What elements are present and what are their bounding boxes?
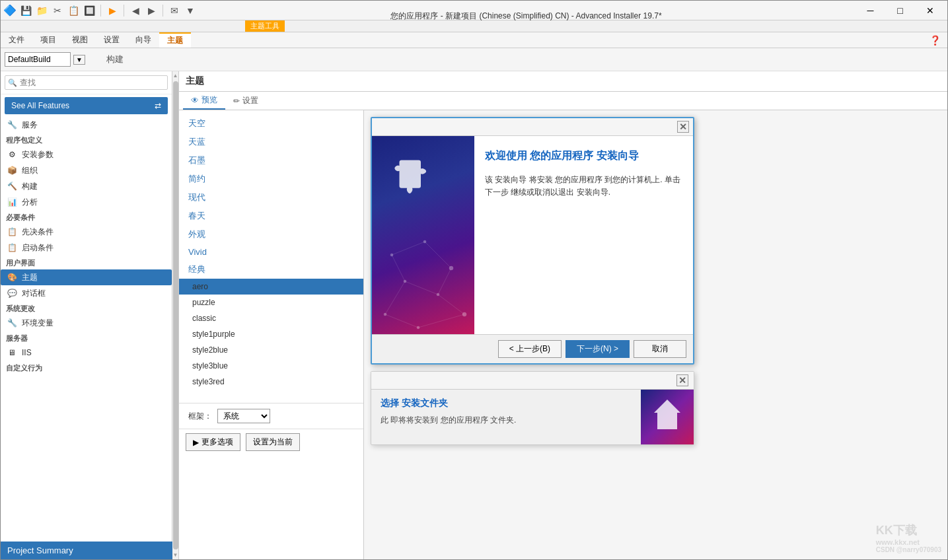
tb-forward-icon[interactable]: ▶: [145, 4, 158, 17]
nav-item-iis[interactable]: 🖥 IIS: [1, 345, 172, 361]
nav-item-build[interactable]: 🔨 构建: [1, 178, 172, 194]
puzzle-graphic: [385, 149, 451, 215]
menu-project[interactable]: 项目: [32, 33, 64, 47]
build-dropdown[interactable]: [5, 52, 71, 67]
dialog2-left-content: 选择 安装文件夹 此 即将将安装到 您的应用程序 文件夹.: [371, 390, 641, 444]
dialog2-header: ✕: [371, 372, 694, 390]
svg-line-8: [392, 242, 425, 255]
tb-icon3[interactable]: ✂: [51, 4, 64, 17]
title-bar: 🔷 💾 📁 ✂ 📋 🔲 ▶ ◀ ▶ ✉ ▼ 您的应用程序 - 新建项目 (Chi…: [1, 1, 947, 20]
left-scrollbar[interactable]: ▲ ▼: [172, 71, 179, 559]
see-all-features-button[interactable]: See All Features ⇄: [5, 97, 168, 114]
env-vars-icon: 🔧: [6, 317, 18, 329]
nav-item-services[interactable]: 🔧 服务: [1, 117, 172, 133]
theme-list-panel: 天空 天蓝 石墨 简约 现代 春天 外观 Vivid 经典 aero puzzl…: [179, 110, 364, 559]
set-current-label: 设置为当前: [253, 437, 293, 446]
theme-item-style3red[interactable]: style3red: [179, 374, 363, 390]
project-summary-bar[interactable]: Project Summary: [1, 542, 172, 559]
theme-item-azure[interactable]: 天蓝: [179, 133, 363, 151]
nav-item-prerequisites[interactable]: 📋 先决条件: [1, 224, 172, 240]
more-options-button[interactable]: ▶ 更多选项: [186, 433, 240, 451]
settings-tab-label: 设置: [242, 95, 258, 106]
menu-file[interactable]: 文件: [1, 33, 32, 47]
svg-line-9: [425, 242, 451, 268]
dialog1-back-button[interactable]: < 上一步(B): [498, 340, 562, 358]
nav-item-theme[interactable]: 🎨 主题: [1, 269, 172, 285]
services-icon: 🔧: [6, 119, 18, 131]
more-options-row: ▶ 更多选项 设置为当前: [179, 429, 363, 455]
more-options-arrow-icon: ▶: [193, 438, 199, 447]
theme-item-appearance[interactable]: 外观: [179, 225, 363, 244]
section-header-prereq: 必要条件: [1, 210, 172, 224]
help-icon[interactable]: ❓: [923, 34, 947, 47]
theme-item-vivid[interactable]: Vivid: [179, 244, 363, 260]
tb-icon4[interactable]: 📋: [67, 4, 80, 17]
dropdown-arrow[interactable]: ▼: [73, 55, 85, 65]
more-options-label: 更多选项: [201, 437, 233, 448]
tb-dropdown-icon[interactable]: ▼: [184, 4, 197, 17]
nav-item-org[interactable]: 📦 组织: [1, 162, 172, 178]
tb-email-icon[interactable]: ✉: [168, 4, 181, 17]
theme-item-spring[interactable]: 春天: [179, 207, 363, 225]
theme-item-modern[interactable]: 现代: [179, 188, 363, 207]
close-button[interactable]: ✕: [915, 1, 945, 20]
svg-line-13: [438, 295, 464, 314]
theme-item-puzzle[interactable]: puzzle: [179, 295, 363, 310]
nav-label-theme: 主题: [22, 272, 38, 283]
tb-save-icon[interactable]: 💾: [19, 4, 32, 17]
app-icon: 🔷: [3, 4, 17, 17]
dialog2-close-button[interactable]: ✕: [676, 374, 688, 386]
theme-item-graphite[interactable]: 石墨: [179, 151, 363, 170]
settings-tab-icon: ✏: [233, 96, 240, 106]
frame-label: 框架：: [188, 411, 212, 422]
svg-line-10: [392, 255, 405, 281]
theme-item-style3blue[interactable]: style3blue: [179, 358, 363, 374]
nav-item-launch-conditions[interactable]: 📋 启动条件: [1, 240, 172, 256]
theme-item-simple[interactable]: 简约: [179, 170, 363, 188]
section-header-ui: 用户界面: [1, 256, 172, 269]
nav-item-env-vars[interactable]: 🔧 环境变量: [1, 315, 172, 331]
content-area: 主题 👁 预览 ✏ 设置 天空 天蓝 石墨: [179, 71, 947, 559]
nav-item-install-params[interactable]: ⚙ 安装参数: [1, 147, 172, 162]
main-layout: 🔍 See All Features ⇄ 🔧 服务 程序包定义 ⚙: [1, 71, 947, 559]
dialog1-titlebar: ✕: [372, 118, 693, 136]
preview-tab-icon: 👁: [191, 96, 199, 105]
search-input[interactable]: [5, 75, 168, 90]
tab-preview[interactable]: 👁 预览: [183, 92, 225, 110]
search-wrap: 🔍: [5, 75, 168, 90]
tb-open-icon[interactable]: 📁: [35, 4, 48, 17]
nav-label-install-params: 安装参数: [22, 149, 54, 160]
org-icon: 📦: [6, 164, 18, 176]
theme-item-style2blue[interactable]: style2blue: [179, 342, 363, 358]
nav-item-dialogs[interactable]: 💬 对话框: [1, 285, 172, 301]
theme-item-sky[interactable]: 天空: [179, 114, 363, 133]
dialog1-cancel-button[interactable]: 取消: [634, 340, 686, 358]
theme-item-classic[interactable]: 经典: [179, 260, 363, 279]
see-all-icon: ⇄: [155, 101, 161, 110]
ribbon-context-row: 主题工具: [1, 20, 947, 32]
theme-item-style1purple[interactable]: style1purple: [179, 326, 363, 342]
tb-icon5[interactable]: 🔲: [83, 4, 96, 17]
dialog1-close-button[interactable]: ✕: [677, 121, 689, 133]
theme-item-classic-sub[interactable]: classic: [179, 310, 363, 326]
tab-settings[interactable]: ✏ 设置: [225, 92, 266, 109]
section-header-syschange: 系统更改: [1, 301, 172, 315]
menu-settings[interactable]: 设置: [96, 33, 128, 47]
maximize-button[interactable]: □: [885, 1, 915, 20]
preview-dialog-folder: ✕ 选择 安装文件夹 此 即将将安装到 您的应用程序 文件夹.: [371, 371, 694, 445]
install-params-icon: ⚙: [6, 149, 18, 160]
frame-select[interactable]: 系统 经典 现代: [217, 409, 270, 423]
tb-build-icon[interactable]: ▶: [106, 4, 119, 17]
menu-wizard[interactable]: 向导: [128, 33, 159, 47]
dialog1-description: 该 安装向导 将安装 您的应用程序 到您的计算机上. 单击 下一步 继续或取消以…: [485, 174, 682, 199]
theme-item-aero[interactable]: aero: [179, 279, 363, 295]
menu-view[interactable]: 视图: [64, 33, 96, 47]
menu-theme[interactable]: 主题: [159, 32, 191, 48]
dialog1-next-button[interactable]: 下一步(N) >: [565, 340, 630, 358]
left-panel: 🔍 See All Features ⇄ 🔧 服务 程序包定义 ⚙: [1, 71, 172, 559]
nav-item-analysis[interactable]: 📊 分析: [1, 194, 172, 210]
minimize-button[interactable]: ─: [856, 1, 885, 20]
tb-back-icon[interactable]: ◀: [129, 4, 142, 17]
theme-icon: 🎨: [6, 271, 18, 283]
set-current-button[interactable]: 设置为当前: [246, 433, 300, 451]
